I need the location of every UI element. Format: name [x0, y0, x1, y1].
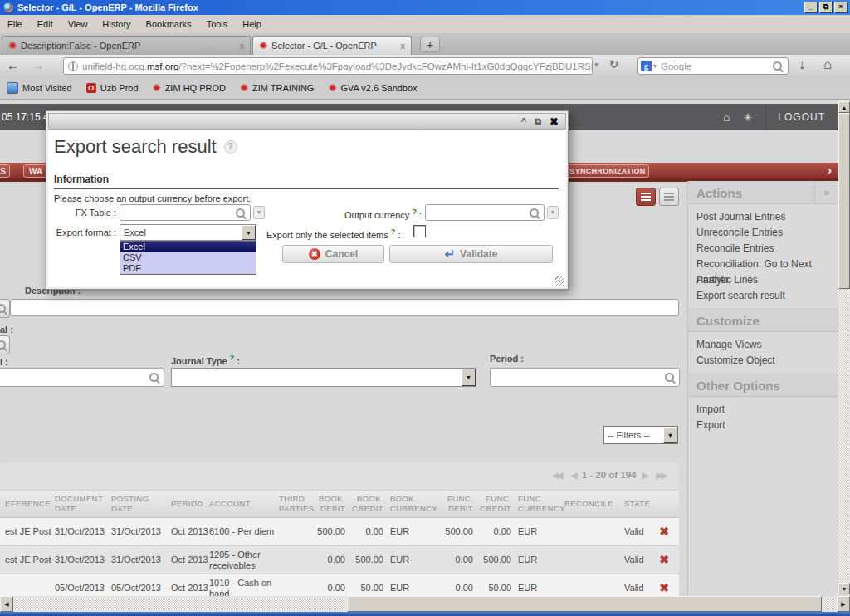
app-home-icon[interactable]: ⌂: [723, 110, 730, 124]
col-third-parties[interactable]: THIRD PARTIES: [279, 494, 315, 514]
reload-icon[interactable]: ↻: [609, 58, 618, 71]
last-page-icon[interactable]: ▶▶: [657, 471, 666, 480]
sidebar-item-export[interactable]: Export: [688, 418, 838, 433]
url-dropdown-icon[interactable]: ▾: [594, 60, 598, 69]
bookmark-zim-hq-prod[interactable]: ✺ ZIM HQ PROD: [153, 83, 226, 93]
chevron-down-icon[interactable]: ▼: [462, 369, 476, 386]
sidebar-item-analytic-lines[interactable]: Analytic Lines: [688, 272, 838, 288]
menu-history[interactable]: History: [95, 19, 138, 29]
sidebar-item-reconcile-entries[interactable]: Reconcile Entries: [688, 241, 838, 257]
new-tab-button[interactable]: +: [420, 37, 440, 52]
col-posting-date[interactable]: POSTING DATE: [111, 494, 171, 514]
tab-description-false[interactable]: ✺ Description:False - OpenERP x: [2, 36, 251, 55]
col-func-currency[interactable]: FUNC. CURRENCY: [518, 494, 564, 514]
search-input[interactable]: Google: [661, 61, 773, 71]
url-bar[interactable]: unifield-hq.ocg.msf.org/?next=%2Fopenerp…: [63, 57, 593, 75]
logout-button[interactable]: LOGOUT: [778, 111, 825, 123]
journal-input[interactable]: [0, 368, 164, 387]
description-input[interactable]: [10, 299, 679, 316]
scroll-up-icon[interactable]: ▲: [838, 101, 850, 113]
export-format-select[interactable]: Excel ▼: [120, 224, 256, 241]
menu-edit[interactable]: Edit: [30, 19, 61, 29]
menu-file[interactable]: File: [0, 19, 30, 29]
dialog-collapse-icon[interactable]: ^: [521, 116, 526, 126]
col-book-credit[interactable]: BOOK. CREDIT: [352, 494, 390, 514]
chevron-down-icon[interactable]: ▼: [242, 225, 256, 240]
scroll-down-icon[interactable]: ▼: [838, 583, 850, 594]
search-engine-dropdown-icon[interactable]: ▾: [653, 62, 657, 70]
col-func-credit[interactable]: FUNC. CREDIT: [480, 494, 518, 514]
bookmark-zim-training[interactable]: ✺ ZIM TRAINING: [240, 83, 314, 93]
help-badge-icon[interactable]: ?: [224, 140, 237, 154]
dropdown-option-csv[interactable]: CSV: [120, 252, 256, 263]
col-book-debit[interactable]: BOOK. DEBIT: [315, 494, 352, 514]
sidebar-item-export-search-result[interactable]: Export search result: [688, 288, 838, 304]
fx-table-input[interactable]: [120, 204, 251, 221]
col-func-debit[interactable]: FUNC. DEBIT: [433, 494, 480, 514]
vertical-scroll-thumb[interactable]: [838, 113, 850, 289]
next-page-icon[interactable]: ▶: [642, 471, 647, 480]
col-reconcile[interactable]: RECONCILE: [564, 499, 624, 509]
menu-help[interactable]: Help: [235, 19, 269, 29]
col-state[interactable]: STATE: [624, 499, 656, 509]
cancel-button[interactable]: ✖ Cancel: [282, 245, 384, 263]
lookup-button[interactable]: [0, 299, 10, 318]
sidebar-item-customize-object[interactable]: Customize Object: [688, 353, 838, 369]
period-input[interactable]: [490, 368, 680, 387]
output-currency-input[interactable]: [425, 204, 545, 221]
form-view-toggle-button[interactable]: [659, 188, 679, 206]
filters-select[interactable]: -- Filters -- ▼: [603, 426, 678, 444]
journal-type-select[interactable]: ▼: [171, 368, 476, 387]
close-button[interactable]: ×: [834, 2, 848, 13]
collapse-chevron-icon[interactable]: »: [814, 182, 838, 203]
bookmark-uzb-prod[interactable]: O Uzb Prod: [86, 83, 139, 93]
sidebar-item-manage-views[interactable]: Manage Views: [688, 337, 838, 353]
tab-close-icon[interactable]: x: [400, 42, 405, 51]
home-icon[interactable]: ⌂: [823, 56, 832, 73]
menu-tools[interactable]: Tools: [199, 19, 236, 29]
horizontal-scroll-thumb[interactable]: [347, 596, 822, 612]
download-icon[interactable]: ↓: [799, 57, 805, 72]
col-period[interactable]: PERIOD: [171, 499, 209, 509]
back-button[interactable]: ←: [7, 58, 19, 72]
dropdown-option-pdf[interactable]: PDF: [120, 263, 256, 274]
dialog-close-icon[interactable]: ✖: [550, 115, 559, 128]
minimize-button[interactable]: _: [804, 2, 818, 13]
menu-bookmarks[interactable]: Bookmarks: [139, 19, 199, 29]
delete-row-icon[interactable]: ✖: [656, 555, 672, 565]
chevron-down-icon[interactable]: ▼: [663, 427, 677, 443]
table-row[interactable]: est JE Post 31/Oct/2013 31/Oct/2013 Oct …: [0, 546, 679, 574]
lookup-button[interactable]: [0, 335, 10, 354]
delete-row-icon[interactable]: ✖: [656, 526, 672, 537]
search-bar[interactable]: g ▾ Google: [638, 57, 789, 75]
export-selected-checkbox[interactable]: [413, 225, 426, 237]
menu-view[interactable]: View: [61, 19, 95, 29]
tab-selector-gl[interactable]: ✺ Selector - G/L - OpenERP x: [252, 36, 412, 55]
gear-icon[interactable]: ✳: [743, 111, 752, 124]
bookmark-gva-sandbox[interactable]: ✺ GVA v2.6 Sandbox: [328, 83, 417, 93]
dropdown-option-excel[interactable]: Excel: [120, 242, 256, 252]
table-row[interactable]: est JE Post 31/Oct/2013 31/Oct/2013 Oct …: [0, 518, 679, 546]
forward-button[interactable]: →: [32, 58, 44, 72]
dialog-popout-icon[interactable]: ⧉: [535, 116, 541, 127]
site-identity-icon[interactable]: [68, 61, 78, 71]
col-account[interactable]: ACCOUNT: [209, 499, 279, 509]
bookmark-most-visited[interactable]: Most Visited: [7, 82, 72, 94]
output-currency-dropdown-icon[interactable]: ▾: [547, 206, 559, 219]
dialog-resize-handle[interactable]: [555, 276, 564, 286]
vertical-scrollbar[interactable]: ▲ ▼: [838, 101, 850, 594]
horizontal-scrollbar[interactable]: ◀ ▶: [0, 596, 850, 612]
list-view-toggle-button[interactable]: [636, 188, 656, 206]
first-page-icon[interactable]: ◀◀: [552, 471, 561, 480]
col-reference[interactable]: EFERENCE: [5, 499, 55, 509]
restore-button[interactable]: ⧉: [819, 2, 833, 13]
tab-close-icon[interactable]: x: [239, 42, 244, 51]
prev-page-icon[interactable]: ◀: [571, 471, 576, 480]
fx-table-dropdown-icon[interactable]: ▾: [253, 206, 265, 219]
scroll-left-icon[interactable]: ◀: [0, 596, 13, 612]
search-icon[interactable]: [773, 61, 782, 71]
app-menu-tab-synchronization[interactable]: SYNCHRONIZATION: [566, 164, 649, 178]
validate-button[interactable]: ↵ Validate: [389, 245, 553, 263]
sidebar-item-post-journal-entries[interactable]: Post Journal Entries: [688, 209, 838, 225]
scroll-right-icon[interactable]: ▶: [837, 596, 850, 612]
